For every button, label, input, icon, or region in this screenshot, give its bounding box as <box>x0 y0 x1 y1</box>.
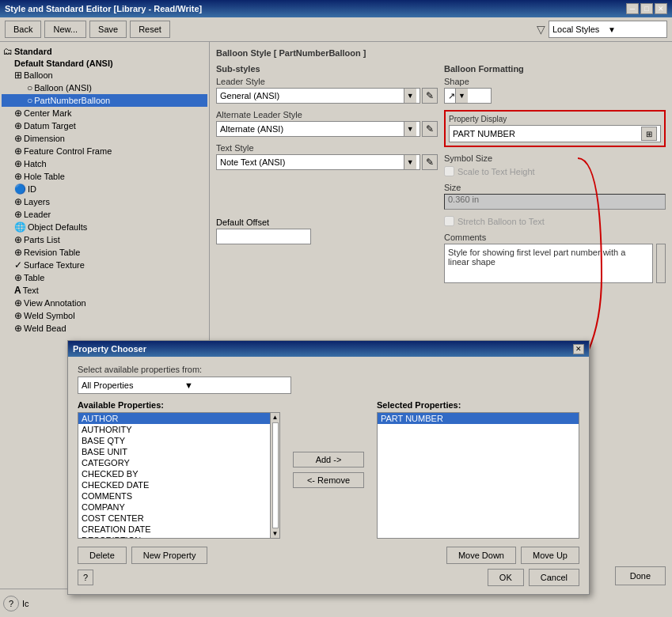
alt-leader-edit-button[interactable]: ✎ <box>422 121 438 137</box>
tree-label: Default Standard (ANSI) <box>14 59 113 68</box>
tree-item-holetable[interactable]: ⊕ Hole Table <box>2 170 207 183</box>
leader-style-dropdown[interactable]: General (ANSI) ▼ <box>216 88 420 104</box>
leader-style-group: Leader Style General (ANSI) ▼ ✎ <box>216 77 438 104</box>
property-display-inner: PART NUMBER ⊞ <box>449 125 661 142</box>
tree-item-text[interactable]: A Text <box>2 284 207 297</box>
move-down-button[interactable]: Move Down <box>446 547 516 564</box>
list-item[interactable]: BASE QTY <box>78 435 270 446</box>
tree-item-hatch[interactable]: ⊕ Hatch <box>2 157 207 170</box>
item-icon: ✓ <box>14 259 22 271</box>
list-item[interactable]: COST CENTER <box>78 513 270 524</box>
tree-item-weldsymbol[interactable]: ⊕ Weld Symbol <box>2 309 207 322</box>
list-item[interactable]: AUTHORITY <box>78 424 270 435</box>
balloon-formatting-panel: Balloon Formatting Shape ↗ ▼ <box>444 64 666 290</box>
tree-item-revisiontable[interactable]: ⊕ Revision Table <box>2 246 207 259</box>
ok-button[interactable]: OK <box>488 569 524 586</box>
alt-leader-arrow[interactable]: ▼ <box>404 122 416 136</box>
list-item[interactable]: DESCRIPTION <box>78 535 270 538</box>
tree-item-id[interactable]: 🔵 ID <box>2 183 207 195</box>
dialog-close-button[interactable]: ✕ <box>573 344 584 354</box>
available-scrollbar[interactable]: ▲ ▼ <box>270 413 279 538</box>
back-button[interactable]: Back <box>5 21 41 38</box>
item-icon: ⊕ <box>14 247 22 258</box>
delete-button[interactable]: Delete <box>78 547 127 564</box>
shape-dropdown[interactable]: ↗ ▼ <box>444 88 492 104</box>
tree-item-table[interactable]: ⊕ Table <box>2 271 207 284</box>
list-item[interactable]: COMPANY <box>78 502 270 513</box>
tree-label: Datum Target <box>24 121 76 131</box>
stretch-balloon-label: Stretch Balloon to Text <box>457 217 545 226</box>
tree-item-layers[interactable]: ⊕ Layers <box>2 195 207 208</box>
list-item[interactable]: CHECKED BY <box>78 468 270 479</box>
default-offset-label: Default Offset <box>216 218 438 227</box>
dialog-title-bar: Property Chooser ✕ <box>68 341 589 357</box>
tree-item-weldbead[interactable]: ⊕ Weld Bead <box>2 322 207 335</box>
tree-item-default-standard[interactable]: Default Standard (ANSI) <box>2 58 207 69</box>
tree-item-datumtarget[interactable]: ⊕ Datum Target <box>2 119 207 132</box>
property-chooser-button[interactable]: ⊞ <box>641 127 657 141</box>
tree-label: Weld Bead <box>24 324 66 333</box>
panel-grid: Sub-styles Leader Style General (ANSI) ▼… <box>216 64 666 290</box>
available-properties-col: Available Properties: AUTHOR AUTHORITY B… <box>78 400 280 539</box>
list-item[interactable]: COMMENTS <box>78 490 270 502</box>
tree-item-balloon[interactable]: ⊞ Balloon <box>2 69 207 81</box>
move-up-button[interactable]: Move Up <box>521 547 579 564</box>
tree-item-surfacetexture[interactable]: ✓ Surface Texture <box>2 259 207 271</box>
tree-item-featurecontrol[interactable]: ⊕ Feature Control Frame <box>2 145 207 157</box>
new-property-button[interactable]: New Property <box>131 547 208 564</box>
item-icon: ⊕ <box>14 158 22 169</box>
item-icon: ⊕ <box>14 234 22 245</box>
done-button[interactable]: Done <box>615 566 666 585</box>
tree-item-balloon-ansi[interactable]: ○ Balloon (ANSI) <box>2 81 207 94</box>
minimize-button[interactable]: ─ <box>626 3 639 14</box>
tree-item-partslist[interactable]: ⊕ Parts List <box>2 233 207 246</box>
leader-style-value: General (ANSI) <box>220 91 404 100</box>
reset-button[interactable]: Reset <box>130 21 170 38</box>
tree-item-viewannotation[interactable]: ⊕ View Annotation <box>2 297 207 309</box>
scroll-down-btn[interactable]: ▼ <box>272 530 279 537</box>
tree-item-dimension[interactable]: ⊕ Dimension <box>2 132 207 145</box>
list-item[interactable]: AUTHOR <box>78 413 270 424</box>
list-item[interactable]: CHECKED DATE <box>78 479 270 490</box>
new-button[interactable]: New... <box>44 21 86 38</box>
list-item[interactable]: CREATION DATE <box>78 524 270 535</box>
list-item[interactable]: PART NUMBER <box>378 413 579 424</box>
maximize-button[interactable]: □ <box>640 3 653 14</box>
comments-scrollbar[interactable] <box>656 244 666 283</box>
remove-button[interactable]: <- Remove <box>293 472 364 488</box>
leader-style-arrow[interactable]: ▼ <box>404 89 416 103</box>
scroll-track <box>272 422 279 528</box>
tree-item-standard[interactable]: 🗂 Standard <box>2 45 207 58</box>
cancel-button[interactable]: Cancel <box>529 569 579 586</box>
tree-item-leader[interactable]: ⊕ Leader <box>2 208 207 221</box>
tree-item-partnumber[interactable]: ○ PartNumberBalloon <box>2 94 207 107</box>
available-listbox[interactable]: AUTHOR AUTHORITY BASE QTY BASE UNIT CATE… <box>78 413 270 538</box>
alt-leader-dropdown[interactable]: Alternate (ANSI) ▼ <box>216 121 420 137</box>
tree-label: Object Defaults <box>28 222 87 232</box>
shape-arrow[interactable]: ▼ <box>455 89 468 103</box>
help-button[interactable]: ? <box>3 596 19 611</box>
alt-leader-field-container: Alternate (ANSI) ▼ ✎ <box>216 121 438 137</box>
text-style-arrow[interactable]: ▼ <box>404 155 416 169</box>
local-styles-dropdown[interactable]: Local Styles ▼ <box>549 21 667 38</box>
tree-label: Text <box>23 286 39 295</box>
window-title: Style and Standard Editor [Library - Rea… <box>5 4 202 13</box>
leader-style-edit-button[interactable]: ✎ <box>422 88 438 104</box>
close-button[interactable]: ✕ <box>655 3 667 14</box>
tree-item-objectdefaults[interactable]: 🌐 Object Defaults <box>2 221 207 233</box>
scale-to-text-checkbox[interactable] <box>444 166 454 176</box>
scroll-up-btn[interactable]: ▲ <box>272 414 279 421</box>
default-offset-field[interactable]: 0.180 in <box>216 229 311 244</box>
list-item[interactable]: CATEGORY <box>78 457 270 468</box>
selected-listbox[interactable]: PART NUMBER <box>378 413 579 538</box>
list-item[interactable]: BASE UNIT <box>78 446 270 457</box>
properties-source-dropdown[interactable]: All Properties ▼ <box>78 377 291 394</box>
add-button[interactable]: Add -> <box>293 452 364 467</box>
save-button[interactable]: Save <box>89 21 127 38</box>
stretch-balloon-checkbox[interactable] <box>444 216 454 226</box>
text-style-dropdown[interactable]: Note Text (ANSI) ▼ <box>216 154 420 170</box>
tree-label: ID <box>28 184 36 194</box>
tree-item-centermark[interactable]: ⊕ Center Mark <box>2 107 207 119</box>
dialog-help-button[interactable]: ? <box>78 570 93 585</box>
text-style-edit-button[interactable]: ✎ <box>422 154 438 170</box>
